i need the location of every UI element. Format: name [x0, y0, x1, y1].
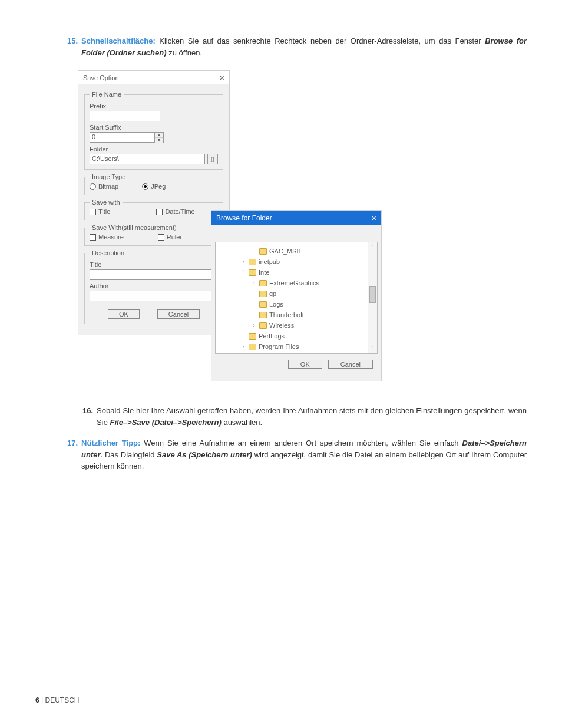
folder-icon [249, 269, 256, 276]
radio-jpeg-label: JPeg [151, 183, 166, 190]
folder-icon [259, 322, 267, 329]
item17-label: Nützlicher Tipp: [81, 439, 140, 447]
check-measure-label: Measure [98, 233, 124, 241]
author-label: Author [90, 282, 218, 289]
folder-icon [249, 344, 256, 350]
radio-jpeg[interactable]: JPeg [142, 183, 166, 190]
tree-item[interactable]: GAC_MSIL [218, 246, 365, 256]
tree-item[interactable]: Logs [218, 299, 365, 309]
group-description: Description Title Author OK Cancel [84, 249, 223, 324]
scroll-thumb[interactable] [369, 286, 376, 303]
tree-item-label: Intel [259, 269, 271, 276]
prefix-input[interactable] [90, 111, 160, 121]
tree-item[interactable]: gp [218, 288, 365, 299]
save-ok-button[interactable]: OK [108, 309, 140, 319]
tree-item[interactable]: Thunderbolt [218, 309, 365, 320]
tree-item[interactable]: ›Wireless [218, 320, 365, 331]
save-cancel-button[interactable]: Cancel [157, 309, 200, 319]
chevron-right-icon[interactable]: › [251, 280, 257, 286]
item16-bold: File–>Save (Datei–>Speichern) [110, 418, 221, 427]
save-option-title: Save Option [83, 74, 119, 81]
folder-icon [259, 280, 267, 286]
group-save-with: Save with Title Date/Time [84, 199, 223, 220]
tree-item-label: Thunderbolt [269, 311, 304, 318]
item16-text-b: auswählen. [222, 418, 262, 427]
group-save-with-still: Save With(still measurement) Measure Rul… [84, 224, 223, 246]
start-suffix-label: Start Suffix [90, 124, 218, 131]
tree-item[interactable]: ›ExtremeGraphics [218, 278, 365, 288]
chevron-right-icon[interactable]: › [240, 344, 246, 350]
group-save-with-still-legend: Save With(still measurement) [90, 224, 179, 231]
close-icon[interactable]: × [372, 213, 376, 223]
tree-item-label: Logs [269, 301, 283, 308]
group-file-name: File Name Prefix Start Suffix 0 ▲ ▼ Fold… [84, 91, 223, 170]
folder-icon [249, 259, 256, 265]
folder-icon [249, 333, 256, 340]
folder-browse-button[interactable]: ▯ [207, 154, 218, 164]
browse-ok-button[interactable]: OK [288, 360, 322, 369]
tree-item-label: Program Files [259, 343, 299, 350]
folder-icon [259, 312, 267, 318]
group-image-type: Image Type Bitmap JPeg [84, 173, 223, 195]
tree-item[interactable]: ›Program Files [218, 341, 365, 352]
chevron-right-icon[interactable]: › [240, 259, 246, 265]
folder-label: Folder [90, 146, 218, 153]
title-label: Title [90, 261, 218, 268]
tree-item-label: PerfLogs [259, 332, 285, 340]
item15-after: zu öffnen. [167, 48, 202, 57]
scrollbar[interactable]: ˄ ˅ [368, 242, 377, 353]
folder-icon [259, 301, 267, 308]
item15-text: Klicken Sie auf das senkrechte Rechteck … [156, 37, 485, 45]
group-save-with-legend: Save with [90, 199, 123, 206]
tree-item[interactable]: ˅Intel [218, 267, 365, 278]
list-item-17: Nützlicher Tipp: Wenn Sie eine Aufnahme … [81, 437, 527, 472]
list-item-16: Sobald Sie hier Ihre Auswahl getroffen h… [97, 405, 527, 428]
check-ruler[interactable]: Ruler [158, 233, 182, 241]
check-datetime-label: Date/Time [165, 208, 194, 215]
tree-item-label: Wireless [269, 322, 294, 329]
scroll-up-icon[interactable]: ˄ [368, 242, 377, 252]
list-number-16: 16. [82, 405, 97, 428]
check-title[interactable]: Title [90, 208, 110, 215]
start-suffix-spinner[interactable]: ▲ ▼ [154, 132, 164, 143]
item17-text-b: . Das Dialogfeld [101, 450, 157, 459]
check-measure[interactable]: Measure [90, 233, 124, 241]
item17-bold2: Save As (Speichern unter) [157, 450, 252, 459]
item15-label: Schnellschaltfläche: [81, 37, 156, 45]
chevron-down-icon[interactable]: ˅ [240, 269, 246, 275]
page-number: 6 [35, 696, 39, 704]
list-number-17: 17. [67, 437, 81, 472]
spinner-up-icon[interactable]: ▲ [155, 133, 163, 138]
page-footer: 6 | DEUTSCH [35, 696, 80, 704]
tree-item[interactable]: ›inetpub [218, 256, 365, 267]
group-file-name-legend: File Name [90, 91, 124, 98]
radio-bitmap[interactable]: Bitmap [90, 183, 118, 190]
folder-input[interactable]: C:\Users\ [90, 154, 205, 164]
check-datetime[interactable]: Date/Time [156, 208, 194, 215]
tree-item-label: inetpub [259, 258, 280, 265]
scroll-down-icon[interactable]: ˅ [368, 344, 377, 353]
start-suffix-input[interactable]: 0 [90, 132, 154, 143]
group-description-legend: Description [90, 249, 127, 256]
close-icon[interactable]: × [220, 73, 224, 83]
tree-item[interactable]: PerfLogs [218, 331, 365, 341]
group-image-type-legend: Image Type [90, 173, 128, 180]
check-title-label: Title [98, 208, 110, 215]
prefix-label: Prefix [90, 103, 218, 110]
save-option-dialog: Save Option × File Name Prefix Start Suf… [78, 70, 230, 335]
check-ruler-label: Ruler [167, 233, 182, 241]
author-input[interactable] [90, 291, 218, 301]
list-item-15: Schnellschaltfläche: Klicken Sie auf das… [81, 35, 527, 58]
footer-sep: | [39, 696, 45, 704]
folder-icon [259, 248, 267, 255]
folder-tree[interactable]: GAC_MSIL›inetpub˅Intel›ExtremeGraphicsgp… [216, 242, 368, 353]
spinner-down-icon[interactable]: ▼ [155, 138, 163, 143]
tree-item[interactable]: ›Program Files (x86) [218, 352, 365, 353]
footer-lang: DEUTSCH [45, 696, 79, 704]
chevron-right-icon[interactable]: › [251, 322, 257, 328]
tree-item-label: GAC_MSIL [269, 248, 302, 255]
browse-cancel-button[interactable]: Cancel [328, 360, 373, 369]
title-input[interactable] [90, 269, 218, 280]
browse-folder-dialog: Browse for Folder × GAC_MSIL›inetpub˅Int… [211, 210, 382, 381]
radio-bitmap-label: Bitmap [98, 183, 118, 190]
